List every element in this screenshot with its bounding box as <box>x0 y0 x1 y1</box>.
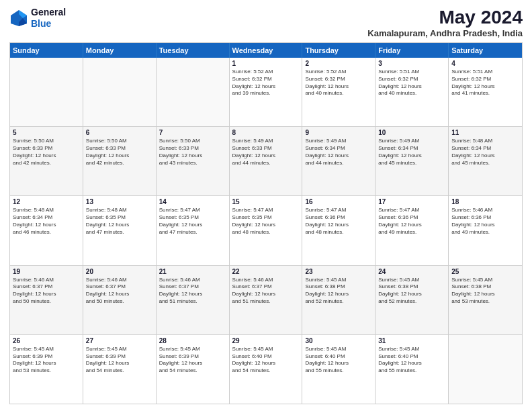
cal-day-17: 17Sunrise: 5:47 AM Sunset: 6:36 PM Dayli… <box>375 196 449 265</box>
day-number: 30 <box>305 337 372 345</box>
cal-day-10: 10Sunrise: 5:49 AM Sunset: 6:34 PM Dayli… <box>375 127 449 195</box>
day-info: Sunrise: 5:45 AM Sunset: 6:39 PM Dayligh… <box>86 346 153 375</box>
day-info: Sunrise: 5:45 AM Sunset: 6:40 PM Dayligh… <box>378 346 445 375</box>
day-info: Sunrise: 5:48 AM Sunset: 6:35 PM Dayligh… <box>86 207 153 236</box>
day-number: 15 <box>232 198 300 205</box>
day-info: Sunrise: 5:47 AM Sunset: 6:35 PM Dayligh… <box>159 207 226 236</box>
day-info: Sunrise: 5:45 AM Sunset: 6:39 PM Dayligh… <box>13 346 80 375</box>
day-info: Sunrise: 5:46 AM Sunset: 6:36 PM Dayligh… <box>451 207 519 236</box>
day-number: 6 <box>86 129 153 136</box>
cal-day-25: 25Sunrise: 5:45 AM Sunset: 6:38 PM Dayli… <box>449 266 522 334</box>
cal-day-4: 4Sunrise: 5:51 AM Sunset: 6:32 PM Daylig… <box>449 58 522 126</box>
cal-day-3: 3Sunrise: 5:51 AM Sunset: 6:32 PM Daylig… <box>375 58 449 126</box>
day-info: Sunrise: 5:47 AM Sunset: 6:35 PM Dayligh… <box>232 207 300 236</box>
weekday-header-wednesday: Wednesday <box>230 43 303 58</box>
day-number: 5 <box>13 129 80 136</box>
cal-day-20: 20Sunrise: 5:46 AM Sunset: 6:37 PM Dayli… <box>83 266 157 334</box>
day-number: 8 <box>232 129 300 136</box>
weekday-header-saturday: Saturday <box>449 43 522 58</box>
cal-empty <box>83 58 157 126</box>
day-number: 16 <box>305 198 372 205</box>
cal-day-14: 14Sunrise: 5:47 AM Sunset: 6:35 PM Dayli… <box>157 196 230 265</box>
day-number: 19 <box>13 268 80 275</box>
calendar-header: SundayMondayTuesdayWednesdayThursdayFrid… <box>10 43 522 58</box>
cal-day-2: 2Sunrise: 5:52 AM Sunset: 6:32 PM Daylig… <box>302 58 375 126</box>
cal-day-8: 8Sunrise: 5:49 AM Sunset: 6:33 PM Daylig… <box>230 127 303 195</box>
day-info: Sunrise: 5:49 AM Sunset: 6:34 PM Dayligh… <box>378 138 445 167</box>
day-number: 17 <box>378 198 445 205</box>
day-info: Sunrise: 5:47 AM Sunset: 6:36 PM Dayligh… <box>378 207 445 236</box>
day-info: Sunrise: 5:48 AM Sunset: 6:34 PM Dayligh… <box>13 207 80 236</box>
day-number: 28 <box>159 337 226 345</box>
month-year: May 2024 <box>367 7 523 28</box>
day-info: Sunrise: 5:46 AM Sunset: 6:37 PM Dayligh… <box>86 277 153 306</box>
day-number: 27 <box>86 337 153 345</box>
day-info: Sunrise: 5:50 AM Sunset: 6:33 PM Dayligh… <box>86 138 153 167</box>
cal-day-28: 28Sunrise: 5:45 AM Sunset: 6:39 PM Dayli… <box>157 335 230 404</box>
day-number: 10 <box>378 129 445 136</box>
day-number: 31 <box>378 337 445 345</box>
day-info: Sunrise: 5:51 AM Sunset: 6:32 PM Dayligh… <box>378 68 445 97</box>
calendar: SundayMondayTuesdayWednesdayThursdayFrid… <box>9 42 523 404</box>
cal-day-5: 5Sunrise: 5:50 AM Sunset: 6:33 PM Daylig… <box>10 127 83 195</box>
day-number: 25 <box>451 268 519 275</box>
day-info: Sunrise: 5:45 AM Sunset: 6:39 PM Dayligh… <box>159 346 226 375</box>
day-number: 13 <box>86 198 153 205</box>
header: General Blue May 2024 Kamalapuram, Andhr… <box>9 7 523 38</box>
logo-icon <box>9 9 28 28</box>
day-number: 21 <box>159 268 226 275</box>
day-info: Sunrise: 5:48 AM Sunset: 6:34 PM Dayligh… <box>451 138 519 167</box>
logo-blue: Blue <box>31 18 66 30</box>
day-number: 4 <box>451 60 519 67</box>
cal-day-29: 29Sunrise: 5:45 AM Sunset: 6:40 PM Dayli… <box>230 335 303 404</box>
day-info: Sunrise: 5:46 AM Sunset: 6:37 PM Dayligh… <box>159 277 226 306</box>
day-info: Sunrise: 5:51 AM Sunset: 6:32 PM Dayligh… <box>451 68 519 97</box>
cal-day-1: 1Sunrise: 5:52 AM Sunset: 6:32 PM Daylig… <box>230 58 303 126</box>
weekday-header-tuesday: Tuesday <box>157 43 230 58</box>
day-number: 14 <box>159 198 226 205</box>
day-info: Sunrise: 5:45 AM Sunset: 6:40 PM Dayligh… <box>232 346 300 375</box>
day-info: Sunrise: 5:45 AM Sunset: 6:38 PM Dayligh… <box>378 277 445 306</box>
day-number: 3 <box>378 60 445 67</box>
day-info: Sunrise: 5:50 AM Sunset: 6:33 PM Dayligh… <box>159 138 226 167</box>
weekday-header-thursday: Thursday <box>302 43 375 58</box>
day-number: 7 <box>159 129 226 136</box>
day-number: 9 <box>305 129 372 136</box>
day-info: Sunrise: 5:45 AM Sunset: 6:40 PM Dayligh… <box>305 346 372 375</box>
cal-day-18: 18Sunrise: 5:46 AM Sunset: 6:36 PM Dayli… <box>449 196 522 265</box>
page: General Blue May 2024 Kamalapuram, Andhr… <box>0 0 532 411</box>
cal-day-13: 13Sunrise: 5:48 AM Sunset: 6:35 PM Dayli… <box>83 196 157 265</box>
day-info: Sunrise: 5:47 AM Sunset: 6:36 PM Dayligh… <box>305 207 372 236</box>
cal-empty <box>157 58 230 126</box>
day-number: 18 <box>451 198 519 205</box>
location: Kamalapuram, Andhra Pradesh, India <box>367 28 523 38</box>
cal-empty <box>449 335 522 404</box>
day-info: Sunrise: 5:46 AM Sunset: 6:37 PM Dayligh… <box>232 277 300 306</box>
cal-day-24: 24Sunrise: 5:45 AM Sunset: 6:38 PM Dayli… <box>375 266 449 334</box>
day-info: Sunrise: 5:52 AM Sunset: 6:32 PM Dayligh… <box>305 68 372 97</box>
weekday-header-friday: Friday <box>375 43 449 58</box>
cal-day-16: 16Sunrise: 5:47 AM Sunset: 6:36 PM Dayli… <box>302 196 375 265</box>
calendar-body: 1Sunrise: 5:52 AM Sunset: 6:32 PM Daylig… <box>10 58 522 404</box>
day-number: 24 <box>378 268 445 275</box>
calendar-row-3: 19Sunrise: 5:46 AM Sunset: 6:37 PM Dayli… <box>10 265 522 334</box>
day-number: 26 <box>13 337 80 345</box>
day-info: Sunrise: 5:49 AM Sunset: 6:33 PM Dayligh… <box>232 138 300 167</box>
calendar-row-0: 1Sunrise: 5:52 AM Sunset: 6:32 PM Daylig… <box>10 58 522 126</box>
calendar-row-4: 26Sunrise: 5:45 AM Sunset: 6:39 PM Dayli… <box>10 334 522 404</box>
day-number: 29 <box>232 337 300 345</box>
cal-day-22: 22Sunrise: 5:46 AM Sunset: 6:37 PM Dayli… <box>230 266 303 334</box>
cal-day-26: 26Sunrise: 5:45 AM Sunset: 6:39 PM Dayli… <box>10 335 83 404</box>
cal-day-23: 23Sunrise: 5:45 AM Sunset: 6:38 PM Dayli… <box>302 266 375 334</box>
day-number: 1 <box>232 60 300 67</box>
logo: General Blue <box>9 7 66 30</box>
weekday-header-sunday: Sunday <box>10 43 83 58</box>
cal-day-30: 30Sunrise: 5:45 AM Sunset: 6:40 PM Dayli… <box>302 335 375 404</box>
cal-day-9: 9Sunrise: 5:49 AM Sunset: 6:34 PM Daylig… <box>302 127 375 195</box>
day-number: 2 <box>305 60 372 67</box>
cal-day-15: 15Sunrise: 5:47 AM Sunset: 6:35 PM Dayli… <box>230 196 303 265</box>
logo-text: General Blue <box>31 7 66 30</box>
day-number: 12 <box>13 198 80 205</box>
cal-day-21: 21Sunrise: 5:46 AM Sunset: 6:37 PM Dayli… <box>157 266 230 334</box>
day-info: Sunrise: 5:52 AM Sunset: 6:32 PM Dayligh… <box>232 68 300 97</box>
